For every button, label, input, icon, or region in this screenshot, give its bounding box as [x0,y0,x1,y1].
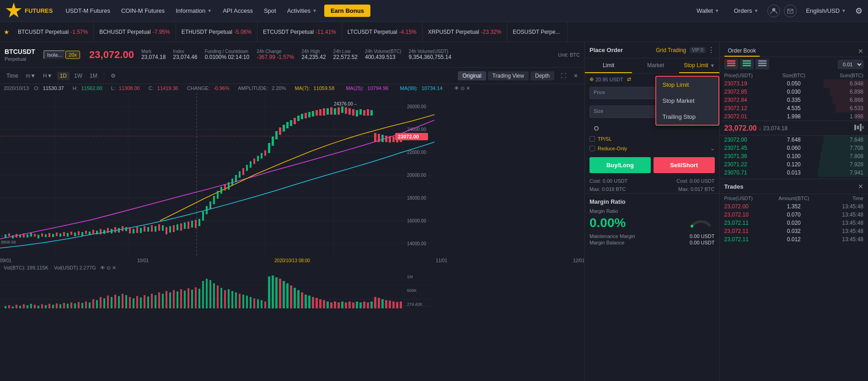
grid-trading-link[interactable]: Grid Trading [656,47,686,53]
close-chart-button[interactable]: ✕ [571,72,581,80]
tab-order-book[interactable]: Order Book [724,46,760,57]
ob-bid-row[interactable]: 23070.71 0.013 7.941 [720,169,868,177]
reduce-only-checkbox[interactable] [589,146,595,151]
nav-wallet[interactable]: Wallet ▼ [691,7,725,14]
svg-rect-235 [341,302,343,308]
ob-bid-row[interactable]: 23071.22 0.120 7.928 [720,160,868,169]
tpsl-checkbox[interactable] [589,136,595,142]
depth-icon[interactable] [854,124,863,132]
svg-rect-189 [173,290,175,308]
svg-rect-81 [217,191,219,199]
tab-market[interactable]: Market [632,58,679,73]
svg-rect-159 [63,303,65,308]
interval-1w[interactable]: 1W [71,72,85,80]
svg-rect-75 [195,220,197,228]
svg-rect-148 [23,304,25,308]
wallet-icon: ⊕ [589,76,594,82]
ob-ask-row[interactable]: 23072.12 4.535 6.533 [720,104,868,112]
svg-rect-204 [228,289,230,308]
nav-spot[interactable]: Spot [258,7,282,14]
time-selector[interactable]: Time [4,72,21,80]
ticker-btcusdt[interactable]: BTCUSDT Perpetual -1.57% [12,22,94,42]
tab-stop-limit[interactable]: Stop Limit ▼ [679,58,719,73]
close-order-book-button[interactable]: ✕ [858,48,863,55]
ob-size-select[interactable]: 0.01 [838,60,863,69]
profile-icon[interactable] [767,5,780,17]
ob-ask-row[interactable]: 23073.19 0.050 6.948 [720,79,868,88]
tpsl-label[interactable]: TP/SL [598,136,612,142]
svg-rect-96 [272,137,274,146]
ob-ask-row[interactable]: 23072.01 1.998 1.998 [720,112,868,121]
nav-api-access[interactable]: API Access [217,7,258,14]
notification-icon[interactable] [784,5,797,17]
dropdown-trailing-stop[interactable]: Trailing Stop [656,109,718,125]
ob-view-btn-2[interactable] [740,59,754,69]
ticker-ethusdt[interactable]: ETHUSDT Perpetual -5.06% [176,22,257,42]
interval-1d[interactable]: 1D [57,72,70,80]
ticker-bchusdt[interactable]: BCHUSDT Perpetual -7.95% [94,22,176,42]
svg-rect-228 [316,298,318,308]
ob-ask-row[interactable]: 23072.85 0.030 6.898 [720,88,868,96]
dropdown-stop-limit[interactable]: Stop Limit [656,77,718,93]
ob-view-btn-3[interactable] [755,59,769,69]
interval-1m-btn[interactable]: 1M [87,72,100,80]
ob-view-btn-1[interactable] [724,59,738,69]
leverage-button[interactable]: 20x [65,51,80,59]
star-icon[interactable]: ★ [4,28,10,36]
ticker-xrpusdt[interactable]: XRPUSDT Perpetual -23.32% [423,22,508,42]
stat-funding: Funding / Countdown 0.0100% 02:14:10 [205,49,249,60]
nav-activities[interactable]: Activities ▼ [282,7,322,14]
margin-mode-button[interactable]: Isola... [43,50,65,59]
ob-header: 0.01 [720,57,868,71]
svg-rect-126 [381,135,384,142]
ticker-etcusdt[interactable]: ETCUSDT Perpetual -11.41% [257,22,342,42]
interval-h[interactable]: H▼ [40,72,55,80]
close-trades-button[interactable]: ✕ [858,183,863,190]
ob-bid-row[interactable]: 23071.45 0.060 7.708 [720,144,868,152]
indicators-button[interactable]: ⚙ [108,72,118,80]
view-trading[interactable]: Trading View [488,71,529,80]
view-depth[interactable]: Depth [530,71,554,80]
expand-icon[interactable]: ⌄ [710,145,715,152]
svg-rect-167 [92,299,94,308]
buy-long-button[interactable]: Buy/Long [589,157,651,173]
earn-bonus-button[interactable]: Earn Bonus [324,5,370,17]
sell-short-button[interactable]: Sell/Short [654,157,715,173]
nav-information[interactable]: Information ▼ [170,7,217,14]
view-original[interactable]: Original [458,71,486,80]
nav-coin-futures[interactable]: COIN-M Futures [116,7,170,14]
interval-m[interactable]: m▼ [23,72,38,80]
svg-rect-87 [239,171,241,178]
svg-rect-236 [345,302,347,308]
reduce-only-label[interactable]: Reduce-Only [598,146,627,151]
ob-bid-row[interactable]: 23072.00 7.648 7.648 [720,136,868,144]
svg-rect-187 [166,291,167,308]
svg-rect-68 [169,226,171,233]
ticker-ltcusdt[interactable]: LTCUSDT Perpetual -4.15% [342,22,423,42]
ob-bid-row[interactable]: 23071.36 0.100 7.808 [720,152,868,160]
svg-rect-39 [63,232,65,236]
balance-transfer-icon[interactable]: ⇄ [627,76,631,82]
nav-language[interactable]: English/USD ▼ [800,7,852,14]
settings-icon[interactable]: ⚙ [855,6,863,16]
ob-ask-row[interactable]: 23072.84 0.335 6.868 [720,96,868,104]
tab-limit[interactable]: Limit [585,58,632,73]
svg-rect-145 [12,307,14,308]
dropdown-stop-market[interactable]: Stop Market [656,93,718,109]
svg-rect-74 [191,221,193,228]
chevron-down-icon: ▼ [841,8,846,13]
more-options-icon[interactable]: ⋮ [707,46,715,54]
svg-rect-227 [312,297,314,308]
svg-rect-218 [279,279,281,308]
stop-limit-dropdown[interactable]: Stop Limit Stop Market Trailing Stop [655,76,719,126]
svg-text:20000.00: 20000.00 [407,173,426,178]
buy-cost: Cost: 0.00 USDT [589,178,627,184]
nav-usdt-futures[interactable]: USDT-M Futures [60,7,116,14]
ticker-eosusdt[interactable]: EOSUSDT Perpe... [507,22,568,42]
nav-orders[interactable]: Orders ▼ [729,7,764,14]
svg-rect-119 [356,110,358,116]
logo[interactable]: FUTURES [5,3,53,19]
trades-row: 23,072.11 0.020 13:45:48 [720,219,868,227]
fullscreen-button[interactable]: ⛶ [558,72,569,80]
svg-rect-165 [85,302,87,308]
